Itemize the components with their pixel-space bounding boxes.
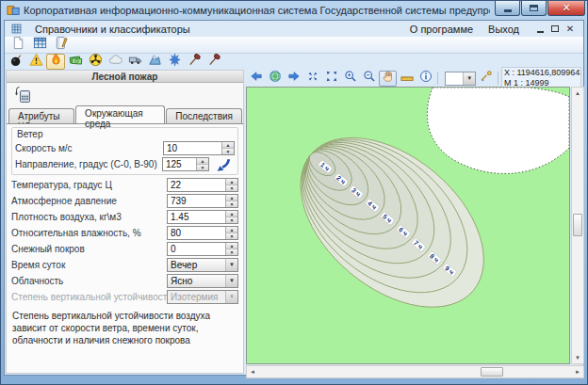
impact-2-button[interactable] <box>204 54 223 70</box>
spinner-field[interactable]: 0▲▼ <box>167 242 238 256</box>
dropdown-value: Вечер <box>168 260 225 270</box>
close-button[interactable]: ✕ <box>547 1 585 16</box>
new-document-button[interactable] <box>8 37 27 53</box>
banknotes-icon <box>69 53 83 71</box>
maximize-button[interactable] <box>521 1 547 16</box>
dropdown-field[interactable]: Ясно▼ <box>167 274 238 288</box>
menu-exit[interactable]: Выход <box>481 24 527 35</box>
impact-icon <box>188 53 202 71</box>
spinner-field[interactable]: 80▲▼ <box>167 226 238 240</box>
bomb-button[interactable] <box>7 54 25 70</box>
mdi-minimize-icon <box>537 31 544 33</box>
mdi-minimize-button[interactable] <box>532 23 547 35</box>
journal-button[interactable] <box>52 37 71 53</box>
tools-button[interactable] <box>477 71 495 87</box>
spinner-down-button[interactable]: ▼ <box>226 249 237 255</box>
spinner-down-button[interactable]: ▼ <box>226 185 237 191</box>
spinner-field[interactable]: 22▲▼ <box>167 178 238 192</box>
globe-button[interactable] <box>266 71 284 87</box>
warning-button[interactable] <box>26 54 45 70</box>
map-horizontal-scrollbar[interactable]: ◄ ► <box>246 365 584 378</box>
dropdown-field[interactable]: Вечер▼ <box>167 258 238 272</box>
tab-consequences[interactable]: Последствия <box>166 108 242 123</box>
form-row: ОблачностьЯсно▼ <box>11 273 238 289</box>
zoom-in-button[interactable] <box>341 71 359 87</box>
forward-arrow-button[interactable] <box>285 71 302 87</box>
maximize-icon <box>530 5 538 11</box>
spinner-up-button[interactable]: ▲ <box>226 227 237 233</box>
menu-about[interactable]: О программе <box>402 24 481 35</box>
mountain-button[interactable] <box>145 54 164 70</box>
spinner-value[interactable]: 739 <box>168 195 225 207</box>
scroll-up-arrow[interactable]: ▲ <box>572 88 583 99</box>
spinner-down-button[interactable]: ▼ <box>226 201 237 207</box>
forest-fire-button[interactable] <box>46 54 65 70</box>
spinner-field[interactable]: 10▲▼ <box>163 141 235 155</box>
gas-cloud-button[interactable] <box>106 54 124 70</box>
spinner-down-button[interactable]: ▼ <box>197 165 208 170</box>
map-canvas[interactable]: 1 ч2 ч3 ч4 ч5 ч6 ч7 ч8 ч9 ч <box>246 87 570 364</box>
spinner-field[interactable]: 739▲▼ <box>167 194 238 208</box>
data-table-button[interactable] <box>30 37 49 53</box>
info-button[interactable] <box>416 71 434 87</box>
info-icon <box>419 70 433 87</box>
tab-attributes[interactable]: Атрибуты ЧС <box>8 108 74 123</box>
vertical-scroll-thumb[interactable] <box>573 214 582 236</box>
tab-strip: Атрибуты ЧС Окружающая среда Последствия <box>7 105 243 123</box>
zoom-extent-in-icon <box>306 70 319 87</box>
burst-icon <box>168 53 182 71</box>
back-arrow-button[interactable] <box>247 71 265 87</box>
scroll-down-arrow[interactable]: ▼ <box>572 352 583 363</box>
spinner-down-button[interactable]: ▼ <box>226 233 237 239</box>
back-arrow-icon <box>250 70 263 87</box>
spinner-down-button[interactable]: ▼ <box>222 149 234 154</box>
spinner-down-button[interactable]: ▼ <box>226 217 237 223</box>
pan-hand-button[interactable] <box>379 71 397 87</box>
mdi-restore-button[interactable] <box>547 23 563 35</box>
spinner-up-button[interactable]: ▲ <box>197 158 208 165</box>
spinner-value[interactable]: 10 <box>164 142 221 154</box>
spinner-up-button[interactable]: ▲ <box>222 142 234 149</box>
impact-icon <box>207 53 221 71</box>
zoom-extent-in-button[interactable] <box>303 71 321 87</box>
spinner-up-button[interactable]: ▲ <box>226 211 237 217</box>
mdi-close-button[interactable]: ✕ <box>563 23 578 35</box>
measure-button[interactable] <box>398 71 416 87</box>
field-label: Относительная влажность, % <box>11 228 167 238</box>
title-bar: Корпоративная информационно-коммуникацио… <box>1 1 587 20</box>
map-vertical-scrollbar[interactable]: ▲ ▼ <box>571 87 584 364</box>
scale-combobox[interactable]: ▼ <box>445 72 477 86</box>
spinner-up-button[interactable]: ▲ <box>226 243 237 249</box>
spinner-value[interactable]: 80 <box>168 227 225 239</box>
spinner-value[interactable]: 0 <box>168 243 225 255</box>
client-area: Справочники и классификаторы О программе… <box>4 20 584 376</box>
spinner-up-button[interactable]: ▲ <box>226 179 237 185</box>
stability-note: Степень вертикальной устойчивости воздух… <box>11 310 238 346</box>
mountain-icon <box>148 53 162 71</box>
field-label: Время суток <box>11 260 167 270</box>
scroll-left-arrow[interactable]: ◄ <box>247 366 258 377</box>
spinner-field[interactable]: 125▲▼ <box>162 157 209 171</box>
minimize-button[interactable] <box>495 1 520 16</box>
spinner-value[interactable]: 22 <box>168 179 225 191</box>
spinner-up-button[interactable]: ▲ <box>226 195 237 201</box>
menu-references[interactable]: Справочники и классификаторы <box>27 24 198 35</box>
spinner-value[interactable]: 125 <box>163 158 196 170</box>
radiation-button[interactable] <box>86 54 105 70</box>
zoom-extent-out-button[interactable] <box>322 71 340 87</box>
horizontal-scroll-thumb[interactable] <box>481 367 503 377</box>
zoom-out-button[interactable] <box>360 71 378 87</box>
spinner-field[interactable]: 1.45▲▼ <box>167 210 238 224</box>
tab-environment[interactable]: Окружающая среда <box>75 105 165 123</box>
spinner-value[interactable]: 1.45 <box>168 211 225 223</box>
truck-button[interactable] <box>125 54 144 70</box>
scroll-right-arrow[interactable]: ► <box>572 366 583 377</box>
chevron-down-icon: ▼ <box>225 291 237 303</box>
wind-direction-icon[interactable] <box>212 156 235 173</box>
dropdown-field: Изотермия▼ <box>167 290 238 304</box>
dropdown-value: Изотермия <box>168 292 225 302</box>
banknotes-button[interactable] <box>66 54 85 70</box>
burst-button[interactable] <box>165 54 184 70</box>
impact-1-button[interactable] <box>185 54 204 70</box>
calculate-button[interactable] <box>10 85 35 104</box>
